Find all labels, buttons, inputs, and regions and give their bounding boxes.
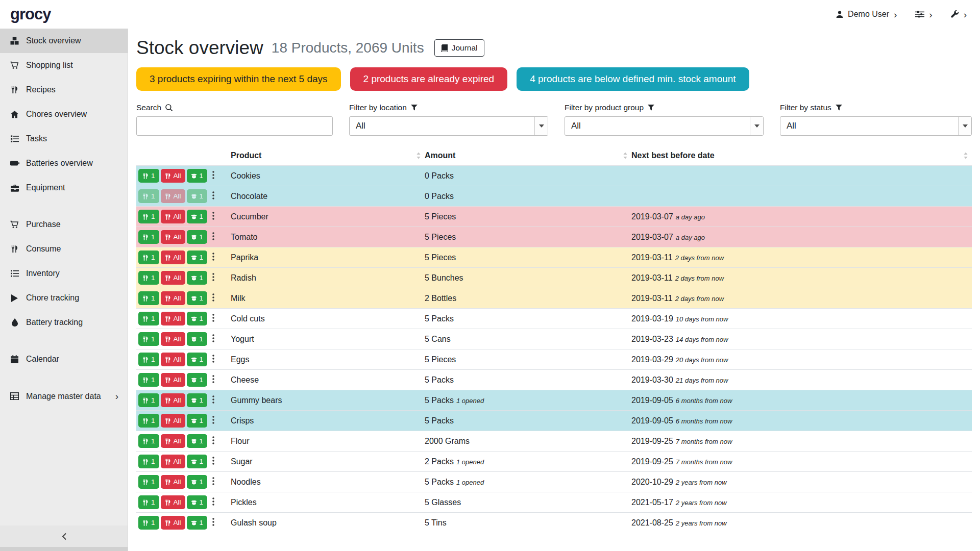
sidebar-item-purchase[interactable]: Purchase › — [0, 212, 128, 237]
sidebar-item-tasks[interactable]: Tasks › — [0, 127, 128, 151]
open-one-button[interactable]: 1 — [187, 210, 208, 223]
product-column-header[interactable]: Product — [231, 146, 425, 166]
consume-all-button[interactable]: All — [161, 475, 185, 489]
consume-one-button[interactable]: 1 — [138, 434, 159, 448]
row-menu-button[interactable] — [209, 435, 218, 447]
search-input[interactable] — [136, 116, 333, 136]
consume-all-button[interactable]: All — [161, 495, 185, 509]
consume-all-button[interactable]: All — [161, 516, 185, 530]
open-one-button[interactable]: 1 — [187, 230, 208, 244]
row-menu-button[interactable] — [209, 353, 218, 366]
sidebar-item-chores-overview[interactable]: Chores overview › — [0, 102, 128, 127]
consume-all-button[interactable]: All — [161, 251, 185, 264]
consume-one-button[interactable]: 1 — [138, 373, 159, 387]
consume-one-button[interactable]: 1 — [138, 291, 159, 305]
consume-all-button[interactable]: All — [161, 312, 185, 325]
sidebar-item-manage-master-data[interactable]: Manage master data › — [0, 384, 128, 409]
consume-one-button[interactable]: 1 — [138, 271, 159, 285]
consume-all-button[interactable]: All — [161, 291, 185, 305]
open-one-button[interactable]: 1 — [187, 495, 208, 509]
journal-button[interactable]: Journal — [434, 39, 484, 57]
consume-one-button[interactable]: 1 — [138, 455, 159, 468]
row-menu-button[interactable] — [209, 394, 218, 407]
consume-one-button[interactable]: 1 — [138, 414, 159, 428]
settings-menu[interactable]: › — [915, 10, 932, 19]
consume-one-button[interactable]: 1 — [138, 210, 159, 223]
location-filter-select[interactable]: All — [349, 116, 548, 136]
row-menu-button[interactable] — [209, 210, 218, 223]
open-one-button[interactable]: 1 — [187, 169, 208, 183]
open-one-button[interactable]: 1 — [187, 393, 208, 407]
consume-all-button[interactable]: All — [161, 271, 185, 285]
row-menu-button[interactable] — [209, 496, 218, 509]
consume-all-button[interactable]: All — [161, 393, 185, 407]
consume-one-button[interactable]: 1 — [138, 312, 159, 325]
sidebar-item-recipes[interactable]: Recipes › — [0, 78, 128, 102]
consume-one-button[interactable]: 1 — [138, 332, 159, 346]
consume-one-button[interactable]: 1 — [138, 353, 159, 366]
open-one-button[interactable]: 1 — [187, 373, 208, 387]
consume-all-button[interactable]: All — [161, 169, 185, 183]
consume-all-button[interactable]: All — [161, 353, 185, 366]
consume-one-button[interactable]: 1 — [138, 251, 159, 264]
sidebar-item-batteries-overview[interactable]: Batteries overview › — [0, 151, 128, 176]
sidebar-item-inventory[interactable]: Inventory › — [0, 261, 128, 286]
consume-all-button[interactable]: All — [161, 210, 185, 223]
consume-one-button[interactable]: 1 — [138, 230, 159, 244]
consume-one-button[interactable]: 1 — [138, 495, 159, 509]
user-menu[interactable]: Demo User › — [836, 10, 897, 19]
open-one-button[interactable]: 1 — [187, 312, 208, 325]
app-logo[interactable]: grocy — [10, 5, 51, 23]
row-menu-button[interactable] — [209, 455, 218, 468]
open-one-button[interactable]: 1 — [187, 189, 208, 203]
sort-icon[interactable] — [964, 153, 968, 159]
sidebar-collapse-button[interactable] — [0, 525, 128, 547]
sidebar-item-stock-overview[interactable]: Stock overview › — [0, 29, 128, 53]
open-one-button[interactable]: 1 — [187, 353, 208, 366]
sort-icon[interactable] — [416, 153, 421, 159]
row-menu-button[interactable] — [209, 312, 218, 325]
open-one-button[interactable]: 1 — [187, 516, 208, 530]
alert-pill-info[interactable]: 4 products are below defined min. stock … — [517, 67, 749, 91]
row-menu-button[interactable] — [209, 190, 218, 203]
row-menu-button[interactable] — [209, 373, 218, 386]
consume-all-button[interactable]: All — [161, 455, 185, 468]
open-one-button[interactable]: 1 — [187, 434, 208, 448]
row-menu-button[interactable] — [209, 251, 218, 264]
consume-all-button[interactable]: All — [161, 189, 185, 203]
status-filter-select[interactable]: All — [780, 116, 972, 136]
open-one-button[interactable]: 1 — [187, 475, 208, 489]
consume-all-button[interactable]: All — [161, 414, 185, 428]
open-one-button[interactable]: 1 — [187, 251, 208, 264]
row-menu-button[interactable] — [209, 231, 218, 243]
sidebar-item-battery-tracking[interactable]: Battery tracking › — [0, 310, 128, 335]
consume-all-button[interactable]: All — [161, 434, 185, 448]
open-one-button[interactable]: 1 — [187, 271, 208, 285]
sidebar-item-consume[interactable]: Consume › — [0, 237, 128, 261]
row-menu-button[interactable] — [209, 333, 218, 345]
consume-one-button[interactable]: 1 — [138, 189, 159, 203]
consume-one-button[interactable]: 1 — [138, 516, 159, 530]
sidebar-item-shopping-list[interactable]: Shopping list › — [0, 53, 128, 78]
consume-one-button[interactable]: 1 — [138, 169, 159, 183]
alert-pill-warning[interactable]: 3 products expiring within the next 5 da… — [136, 67, 341, 91]
row-menu-button[interactable] — [209, 516, 218, 529]
date-column-header[interactable]: Next best before date — [631, 146, 972, 166]
consume-all-button[interactable]: All — [161, 332, 185, 346]
open-one-button[interactable]: 1 — [187, 455, 208, 468]
row-menu-button[interactable] — [209, 414, 218, 427]
amount-column-header[interactable]: Amount — [425, 146, 631, 166]
row-menu-button[interactable] — [209, 271, 218, 284]
row-menu-button[interactable] — [209, 475, 218, 488]
consume-all-button[interactable]: All — [161, 373, 185, 387]
sidebar-item-equipment[interactable]: Equipment › — [0, 176, 128, 200]
sidebar-item-chore-tracking[interactable]: Chore tracking › — [0, 286, 128, 310]
alert-pill-danger[interactable]: 2 products are already expired — [350, 67, 508, 91]
product-group-filter-select[interactable]: All — [565, 116, 764, 136]
admin-menu[interactable]: › — [951, 10, 967, 19]
consume-one-button[interactable]: 1 — [138, 393, 159, 407]
sidebar-item-calendar[interactable]: Calendar › — [0, 347, 128, 371]
row-menu-button[interactable] — [209, 169, 218, 182]
consume-all-button[interactable]: All — [161, 230, 185, 244]
open-one-button[interactable]: 1 — [187, 291, 208, 305]
